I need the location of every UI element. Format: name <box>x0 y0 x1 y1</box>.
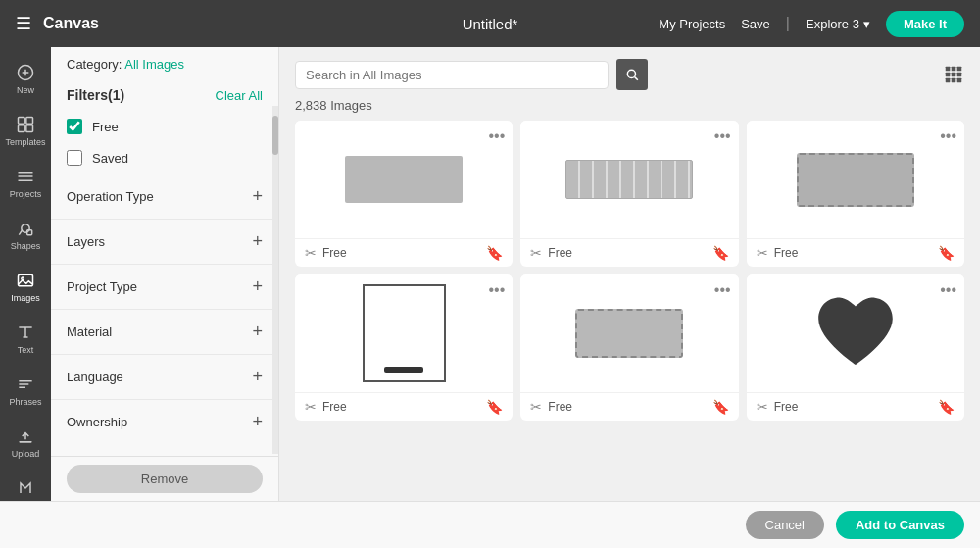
save-button[interactable]: Save <box>741 17 770 31</box>
category-value[interactable]: All Images <box>124 57 184 72</box>
hamburger-icon[interactable]: ☰ <box>16 13 31 34</box>
expand-icon: + <box>252 231 263 252</box>
cancel-button[interactable]: Cancel <box>746 511 824 539</box>
image-card-preview: ••• <box>520 274 738 392</box>
sidebar-item-templates[interactable]: Templates <box>0 107 51 155</box>
filter-section-layers[interactable]: Layers + <box>51 219 278 264</box>
svg-rect-18 <box>952 73 956 77</box>
document-title[interactable]: Untitled* <box>463 16 518 32</box>
svg-point-12 <box>627 70 635 77</box>
image-card-preview: ••• <box>520 121 738 238</box>
search-button[interactable] <box>616 59 648 90</box>
sidebar-item-upload[interactable]: Upload <box>0 419 51 467</box>
my-projects-button[interactable]: My Projects <box>659 17 725 31</box>
search-icon <box>625 68 639 81</box>
sidebar-item-monogram[interactable]: Monogram <box>0 471 51 501</box>
card-label: Free <box>548 400 706 414</box>
card-menu-button[interactable]: ••• <box>714 282 731 298</box>
bookmark-icon[interactable]: 🔖 <box>712 245 729 261</box>
explore-button[interactable]: Explore 3 ▾ <box>806 17 870 31</box>
topbar: ☰ Canvas Untitled* My Projects Save | Ex… <box>0 0 980 47</box>
bookmark-icon[interactable]: 🔖 <box>486 399 503 415</box>
bookmark-icon[interactable]: 🔖 <box>938 245 955 261</box>
svg-rect-14 <box>946 67 951 72</box>
sidebar-item-phrases[interactable]: Phrases <box>0 367 51 415</box>
scissors-icon: ✂ <box>757 245 768 261</box>
scrollbar-track <box>272 106 278 454</box>
search-input[interactable] <box>306 68 598 82</box>
filter-section-project-type[interactable]: Project Type + <box>51 264 278 309</box>
image-card-footer: ✂ Free 🔖 <box>747 392 964 421</box>
image-preview-rect <box>345 156 463 203</box>
image-card-preview: ••• <box>295 121 513 238</box>
card-label: Free <box>548 246 706 260</box>
card-menu-button[interactable]: ••• <box>940 282 956 298</box>
image-card-footer: ✂ Free 🔖 <box>520 238 738 267</box>
sidebar-item-images-label: Images <box>11 293 40 303</box>
filter-section-material[interactable]: Material + <box>51 309 278 354</box>
main-layout: New Templates Projects Shapes Images Tex… <box>0 47 980 501</box>
bookmark-icon[interactable]: 🔖 <box>938 399 955 415</box>
makeit-button[interactable]: Make It <box>886 11 964 37</box>
sidebar-item-shapes-label: Shapes <box>11 241 41 251</box>
sidebar-item-shapes[interactable]: Shapes <box>0 211 51 259</box>
bottom-bar: Cancel Add to Canvas <box>0 501 980 548</box>
filter-section-language[interactable]: Language + <box>51 354 278 399</box>
clear-all-button[interactable]: Clear All <box>216 88 263 103</box>
card-menu-button[interactable]: ••• <box>489 282 506 298</box>
filter-option-free[interactable]: Free <box>51 111 278 142</box>
divider: | <box>786 15 790 32</box>
scissors-icon: ✂ <box>530 245 542 261</box>
bottom-btn-area: Remove <box>51 456 278 501</box>
scrollbar-thumb[interactable] <box>272 116 278 155</box>
svg-line-13 <box>635 77 638 80</box>
image-count: 2,838 Images <box>279 98 980 121</box>
card-label: Free <box>774 400 932 414</box>
filter-option-saved[interactable]: Saved <box>51 142 278 174</box>
sidebar-item-new[interactable]: New <box>0 55 51 103</box>
image-card-footer: ✂ Free 🔖 <box>520 392 738 421</box>
card-label: Free <box>774 246 932 260</box>
image-preview-sm <box>575 309 683 358</box>
image-card-footer: ✂ Free 🔖 <box>295 392 513 421</box>
scissors-icon: ✂ <box>305 399 317 415</box>
search-box <box>295 61 609 89</box>
bookmark-icon[interactable]: 🔖 <box>712 399 729 415</box>
filter-sidebar: Category: All Images Filters(1) Clear Al… <box>51 47 279 501</box>
icon-sidebar: New Templates Projects Shapes Images Tex… <box>0 47 51 501</box>
sidebar-item-text[interactable]: Text <box>0 315 51 363</box>
expand-icon: + <box>252 367 263 387</box>
sidebar-item-projects[interactable]: Projects <box>0 159 51 207</box>
free-checkbox[interactable] <box>67 119 82 134</box>
svg-point-7 <box>22 224 29 232</box>
filter-section-operation-type[interactable]: Operation Type + <box>51 174 278 219</box>
svg-rect-5 <box>19 125 25 132</box>
add-to-canvas-button[interactable]: Add to Canvas <box>836 511 964 539</box>
image-grid: ••• ✂ Free 🔖 ••• ✂ Free 🔖 <box>279 121 980 501</box>
remove-button[interactable]: Remove <box>67 465 263 493</box>
sidebar-item-text-label: Text <box>18 345 34 355</box>
grid-toggle[interactable] <box>943 64 964 85</box>
expand-icon: + <box>252 322 263 342</box>
sidebar-item-images[interactable]: Images <box>0 263 51 311</box>
card-menu-button[interactable]: ••• <box>489 128 506 144</box>
image-card-footer: ✂ Free 🔖 <box>747 238 964 267</box>
card-menu-button[interactable]: ••• <box>714 128 731 144</box>
bookmark-icon[interactable]: 🔖 <box>486 245 503 261</box>
card-label: Free <box>322 400 480 414</box>
filter-scroll: Free Saved Operation Type + Layers + Pro… <box>51 111 278 501</box>
scissors-icon: ✂ <box>530 399 542 415</box>
saved-checkbox[interactable] <box>67 150 82 166</box>
svg-rect-11 <box>19 441 31 443</box>
chevron-down-icon: ▾ <box>863 17 870 31</box>
image-card: ••• ✂ Free 🔖 <box>747 274 964 421</box>
svg-rect-9 <box>19 274 33 286</box>
content-header <box>279 47 980 98</box>
filter-header: Filters(1) Clear All <box>51 75 278 111</box>
svg-rect-19 <box>957 73 962 77</box>
filter-section-ownership[interactable]: Ownership + <box>51 399 278 444</box>
svg-rect-3 <box>19 118 25 125</box>
card-menu-button[interactable]: ••• <box>940 128 956 144</box>
svg-rect-6 <box>26 125 33 132</box>
app-logo: Canvas <box>43 15 99 32</box>
